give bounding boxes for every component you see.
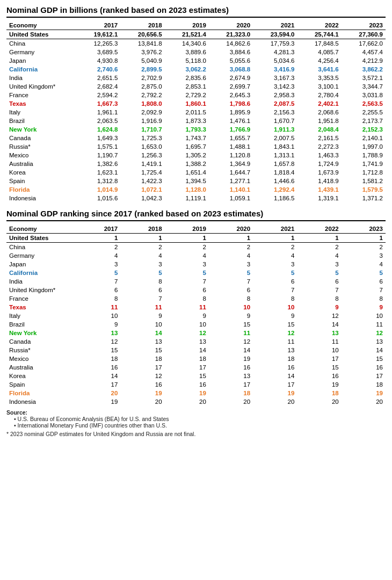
data-cell: 2,272.3	[297, 142, 341, 151]
data-cell: 11	[165, 303, 209, 311]
data-cell: 19	[253, 389, 297, 397]
economy-name: France	[6, 91, 76, 99]
data-cell: 3	[253, 260, 297, 269]
data-cell: 18	[297, 389, 341, 397]
data-cell: 21,521.4	[165, 30, 209, 39]
data-cell: 1,649.3	[76, 134, 120, 142]
data-cell: 4	[165, 251, 209, 260]
data-cell: 4,085.7	[297, 48, 341, 56]
data-cell: 18	[120, 354, 164, 363]
economy-name: Canada	[6, 337, 76, 346]
data-cell: 4	[209, 251, 253, 260]
data-cell: 11	[297, 337, 341, 346]
data-cell: 1,651.4	[165, 168, 209, 177]
data-cell: 3,062.2	[165, 65, 209, 74]
data-cell: 1,860.1	[165, 99, 209, 108]
data-cell: 15	[76, 346, 120, 354]
data-cell: 17	[165, 363, 209, 372]
data-cell: 5	[342, 269, 386, 277]
data-cell: 17	[297, 354, 341, 363]
data-cell: 21,323.0	[209, 30, 253, 39]
data-cell: 1,059.1	[209, 194, 253, 202]
table-row: United States1111111	[6, 234, 386, 243]
data-cell: 1,476.1	[209, 117, 253, 125]
data-cell: 11	[342, 320, 386, 329]
data-cell: 1,655.7	[209, 134, 253, 142]
data-cell: 18	[253, 354, 297, 363]
table-row: Florida1,014.91,072.11,128.01,140.11,292…	[6, 185, 386, 194]
data-cell: 2,173.7	[342, 117, 386, 125]
data-cell: 14	[253, 372, 297, 380]
data-cell: 1	[120, 234, 164, 243]
data-cell: 2,899.5	[120, 65, 164, 74]
data-cell: 1,418.9	[297, 177, 341, 185]
data-cell: 2,048.4	[297, 125, 341, 134]
data-cell: 4,281.3	[253, 48, 297, 56]
rank-col-2022: 2022	[297, 224, 341, 234]
data-cell: 12	[342, 329, 386, 337]
data-cell: 14	[342, 346, 386, 354]
data-cell: 2,007.5	[253, 134, 297, 142]
data-cell: 17,759.3	[253, 39, 297, 48]
data-cell: 7	[253, 286, 297, 294]
table-row: Spain17161617171918	[6, 380, 386, 389]
table-row: Canada12131312111113	[6, 337, 386, 346]
data-cell: 8	[76, 294, 120, 303]
economy-name: California	[6, 65, 76, 74]
gdp-table: Economy 2017 2018 2019 2020 2021 2022 20…	[6, 21, 386, 202]
data-cell: 11	[209, 329, 253, 337]
data-cell: 2,156.3	[253, 108, 297, 117]
data-cell: 6	[342, 277, 386, 286]
data-cell: 1,788.9	[342, 151, 386, 160]
data-cell: 1,798.6	[209, 99, 253, 108]
economy-name: Japan	[6, 56, 76, 65]
data-cell: 2,740.6	[76, 65, 120, 74]
data-cell: 20	[297, 397, 341, 406]
economy-name: China	[6, 39, 76, 48]
data-cell: 2,699.7	[209, 82, 253, 91]
data-cell: 1,916.9	[120, 117, 164, 125]
data-cell: 2,402.1	[297, 99, 341, 108]
economy-name: Italy	[6, 108, 76, 117]
data-cell: 1,388.2	[165, 160, 209, 168]
data-cell: 6	[120, 286, 164, 294]
table-row: Indonesia1,015.61,042.31,119.11,059.11,1…	[6, 194, 386, 202]
data-cell: 2,092.9	[120, 108, 164, 117]
data-cell: 20	[209, 397, 253, 406]
data-cell: 13	[342, 337, 386, 346]
data-cell: 1,120.8	[209, 151, 253, 160]
data-cell: 9	[165, 311, 209, 320]
table-row: Germany4444443	[6, 251, 386, 260]
data-cell: 6	[253, 277, 297, 286]
col-2022: 2022	[297, 21, 341, 30]
data-cell: 13	[297, 329, 341, 337]
data-cell: 15	[342, 354, 386, 363]
data-cell: 1,575.1	[76, 142, 120, 151]
data-cell: 3	[209, 260, 253, 269]
table-row: California5555555	[6, 269, 386, 277]
data-cell: 11	[253, 337, 297, 346]
economy-name: Canada	[6, 134, 76, 142]
data-cell: 1,014.9	[76, 185, 120, 194]
data-cell: 6	[209, 286, 253, 294]
data-cell: 4	[297, 251, 341, 260]
economy-name: Indonesia	[6, 194, 76, 202]
data-cell: 1,463.3	[297, 151, 341, 160]
economy-name: Brazil	[6, 320, 76, 329]
data-cell: 6	[297, 277, 341, 286]
data-cell: 3,353.5	[297, 74, 341, 82]
data-cell: 1,818.4	[253, 168, 297, 177]
data-cell: 9	[297, 303, 341, 311]
data-cell: 2,674.9	[209, 74, 253, 82]
table-row: Mexico18181819181715	[6, 354, 386, 363]
data-cell: 3,100.1	[297, 82, 341, 91]
economy-name: New York	[6, 125, 76, 134]
ranking-table: Economy 2017 2018 2019 2020 2021 2022 20…	[6, 224, 386, 406]
data-cell: 2	[297, 243, 341, 252]
table-row: Texas111111101099	[6, 303, 386, 311]
data-cell: 7	[297, 286, 341, 294]
data-cell: 1,579.5	[342, 185, 386, 194]
data-cell: 2,161.5	[297, 134, 341, 142]
data-cell: 3,641.6	[297, 65, 341, 74]
data-cell: 1,766.9	[209, 125, 253, 134]
